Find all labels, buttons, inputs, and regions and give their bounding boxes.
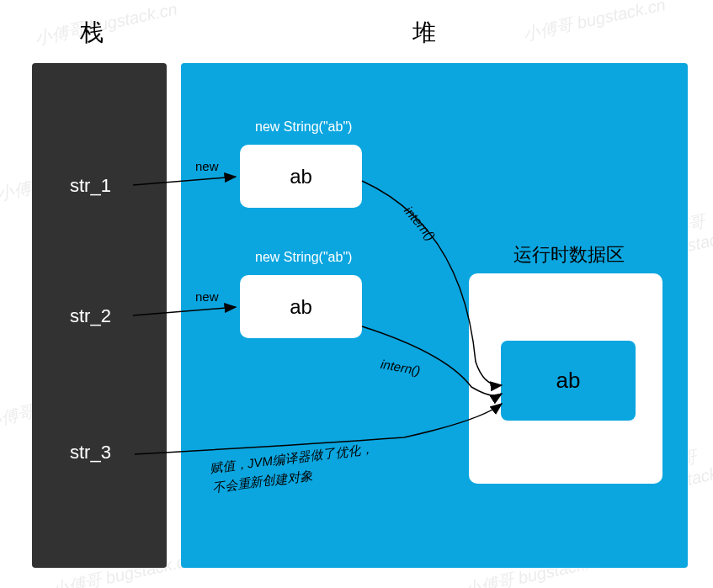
watermark: 小傅哥 bugstack.cn <box>521 0 668 46</box>
stack-container: str_1 str_2 str_3 <box>32 63 167 568</box>
stack-var-str3: str_3 <box>70 442 111 464</box>
string-pool-box: ab <box>501 341 636 421</box>
heap-title: 堆 <box>412 17 436 49</box>
watermark: 小傅哥 bugstack.cn <box>33 0 179 50</box>
string-box-2: ab <box>240 275 362 338</box>
heap-container: new String("ab") ab new String("ab") ab … <box>181 63 688 568</box>
stack-var-str2: str_2 <box>70 305 111 327</box>
new-string-label-2: new String("ab") <box>255 250 352 265</box>
runtime-data-area-box: ab <box>469 273 662 484</box>
runtime-data-area-label: 运行时数据区 <box>513 242 625 268</box>
stack-title: 栈 <box>80 17 104 49</box>
new-string-label-1: new String("ab") <box>255 119 352 135</box>
edge-label-new-2: new <box>195 289 219 304</box>
edge-label-new-1: new <box>195 159 219 173</box>
string-box-1: ab <box>240 145 362 208</box>
stack-var-str1: str_1 <box>70 175 111 197</box>
